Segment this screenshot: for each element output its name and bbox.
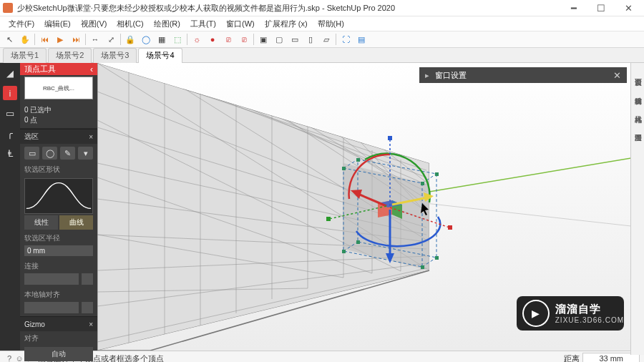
minimize-button[interactable]: ━ [565,3,582,14]
toolbar-tool-a-icon[interactable]: ⬚ [171,33,184,46]
window-buttons: ━ ☐ ✕ [561,3,641,14]
svg-rect-48 [435,256,439,260]
menu-绘图(R)[interactable]: 绘图(R) [150,18,185,30]
svg-rect-45 [421,182,424,185]
rect-icon[interactable]: ▭ [3,106,17,120]
menu-文件(F)[interactable]: 文件(F) [4,18,39,30]
toolbar-play-icon[interactable]: ▶ [54,33,67,46]
gizmo-close-icon[interactable]: × [89,321,93,328]
menu-工具(T)[interactable]: 工具(T) [186,18,220,30]
right-tab-0[interactable]: 页面设置 [632,67,643,79]
app-icon [3,3,13,13]
toolbar-play-end-icon[interactable]: ⏭ [69,33,82,46]
btn-auto[interactable]: 自动 [24,347,93,361]
scene-tabs: 场景号1场景号2场景号3场景号4 [0,48,644,63]
toolbar-separator [187,34,187,45]
measure-label: 距离 [564,353,580,363]
right-tab-3[interactable]: 图层管理 [632,123,643,134]
link-label: 连接 [20,259,97,273]
toolbar-cam1-icon[interactable]: ⎚ [222,33,235,46]
svg-rect-49 [342,250,346,253]
panel-thumbnail[interactable]: RBC_曲线... [24,77,93,99]
toolbar-sun-icon[interactable]: ☼ [190,33,203,46]
main-area: ◢i▭╭Ⱡ 顶点工具 ‹ RBC_曲线... 0 已选中 0 点 选区 × ▭ … [0,63,644,351]
right-tab-2[interactable]: 风格样式 [632,104,643,116]
sel-count: 0 已选中 [24,105,93,115]
thumb-label: RBC_曲线... [42,84,76,92]
falloff-curve[interactable] [24,178,93,214]
btn-linear[interactable]: 线性 [24,215,58,230]
scene-tab-3[interactable]: 场景号4 [138,48,182,63]
svg-rect-46 [435,172,439,176]
toolbar-separator [336,34,336,45]
local-toggle[interactable] [82,302,93,313]
menu-编辑(E)[interactable]: 编辑(E) [40,18,75,30]
measurement-field: 距离 33 mm [564,353,640,362]
scene-tab-2[interactable]: 场景号3 [93,48,137,63]
toolbar-view2-icon[interactable]: ▢ [273,33,286,46]
toolbar-view3-icon[interactable]: ▭ [288,33,301,46]
toolbar-color-icon[interactable]: ▦ [155,33,168,46]
logo-icon[interactable]: ◢ [3,66,17,80]
help-icon[interactable]: ? [4,353,14,362]
toolbar-view1-icon[interactable]: ▣ [257,33,270,46]
sel-tool-rect-icon[interactable]: ▭ [24,147,39,160]
section-close-icon[interactable]: × [89,133,93,141]
svg-rect-61 [448,225,452,230]
toolbar-play-start-icon[interactable]: ⏮ [38,33,51,46]
toolbar-arrows-icon[interactable]: ↔ [89,33,102,46]
svg-rect-44 [356,158,360,162]
sel-tool-brush-icon[interactable]: ✎ [60,147,75,160]
arc-icon[interactable]: ╭ [3,126,17,140]
watermark: ▶ 溜溜自学 ZIXUE.3D66.COM [517,296,624,331]
maximize-button[interactable]: ☐ [592,3,610,14]
selection-tools: ▭ ◯ ✎ ▾ [20,144,97,162]
toolbar-cursor-icon[interactable]: ↖ [3,33,16,46]
section-gizmo[interactable]: Gizmo × [20,316,97,331]
falloff-input[interactable]: 0 mm [24,245,93,256]
svg-rect-65 [326,217,331,221]
panel-title: 顶点工具 [24,64,56,74]
info-icon[interactable]: i [3,86,17,100]
svg-rect-43 [342,167,346,170]
title-bar: 少校SketchUp微课堂·只要您未经少校授权或少校本人获取的视频文件都是盗用行… [0,0,644,16]
right-tab-1[interactable]: 材质编辑 [632,86,643,97]
status-hint: 点击选择单个顶点或者框选多个顶点 [32,353,565,363]
overlay-arrow-icon[interactable]: ▸ [419,71,435,80]
toolbar-record-icon[interactable]: ● [206,33,219,46]
local-align-label: 本地轴对齐 [20,288,97,302]
scene-tab-1[interactable]: 场景号2 [48,48,92,63]
panel-back-icon[interactable]: ‹ [90,64,93,74]
link-field[interactable] [24,273,79,285]
user-icon[interactable]: ☺ [14,353,24,362]
section-selection[interactable]: 选区 × [20,129,97,144]
toolbar-view4-icon[interactable]: ▯ [304,33,317,46]
menu-视图(V)[interactable]: 视图(V) [77,18,112,30]
toolbar-view5-icon[interactable]: ▱ [320,33,333,46]
overlay-close-icon[interactable]: ✕ [608,70,627,81]
menu-相机(C)[interactable]: 相机(C) [112,18,147,30]
svg-rect-47 [421,265,424,269]
toolbar-cam2-icon[interactable]: ⎚ [238,33,250,46]
overlay-window-settings[interactable]: ▸ 窗口设置 ✕ [419,67,627,83]
menu-扩展程序 (x)[interactable]: 扩展程序 (x) [260,18,312,30]
toolbar-arrows2-icon[interactable]: ⤢ [104,33,117,46]
toolbar-hand-icon[interactable]: ✋ [19,33,31,46]
scene-tab-0[interactable]: 场景号1 [3,48,47,63]
close-button[interactable]: ✕ [620,3,637,14]
link-toggle[interactable] [82,273,93,285]
toolbar-lock-icon[interactable]: 🔒 [124,33,137,46]
sel-tool-lasso-icon[interactable]: ◯ [42,147,57,160]
menu-窗口(W)[interactable]: 窗口(W) [222,18,259,30]
menu-帮助(H)[interactable]: 帮助(H) [313,18,348,30]
toolbar-sheet-icon[interactable]: ▤ [355,33,368,46]
sel-tool-opt-icon[interactable]: ▾ [78,147,93,160]
toolbar-separator [120,34,121,45]
axes-icon[interactable]: Ⱡ [3,146,17,160]
btn-curve[interactable]: 曲线 [59,215,93,230]
left-icon-strip: ◢i▭╭Ⱡ [0,63,20,351]
toolbar-circle-icon[interactable]: ◯ [140,33,152,46]
local-field[interactable] [24,302,79,313]
sel-points: 0 点 [24,115,93,125]
toolbar-expand-icon[interactable]: ⛶ [339,33,352,46]
